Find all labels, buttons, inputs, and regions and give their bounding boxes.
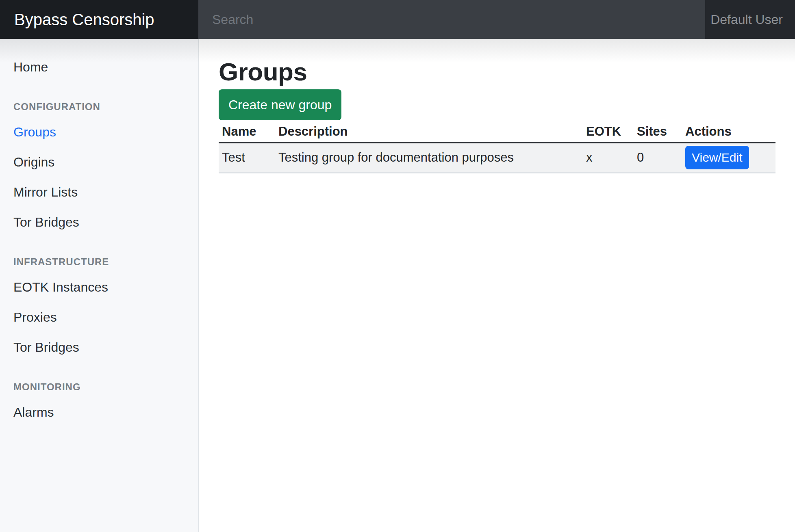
- app-brand[interactable]: Bypass Censorship: [0, 0, 198, 39]
- view-edit-button[interactable]: View/Edit: [685, 146, 749, 169]
- table-header-row: Name Description EOTK Sites Actions: [219, 120, 775, 143]
- sidebar-heading-configuration: CONFIGURATION: [0, 97, 198, 117]
- cell-group-eotk: x: [583, 143, 634, 173]
- column-header-eotk: EOTK: [583, 120, 634, 143]
- sidebar-item-eotk-instances[interactable]: EOTK Instances: [0, 272, 198, 302]
- groups-table: Name Description EOTK Sites Actions Test…: [219, 120, 775, 173]
- user-menu[interactable]: Default User: [705, 0, 795, 39]
- main-content: Groups Create new group Name Description…: [199, 39, 795, 532]
- sidebar-item-tor-bridges-infra[interactable]: Tor Bridges: [0, 332, 198, 362]
- sidebar-item-tor-bridges-config[interactable]: Tor Bridges: [0, 207, 198, 237]
- column-header-actions: Actions: [682, 120, 775, 143]
- sidebar-heading-infrastructure: INFRASTRUCTURE: [0, 252, 198, 272]
- sidebar-item-proxies[interactable]: Proxies: [0, 302, 198, 332]
- cell-group-actions: View/Edit: [682, 143, 775, 173]
- create-new-group-button[interactable]: Create new group: [219, 89, 341, 120]
- cell-group-name: Test: [219, 143, 275, 173]
- top-navbar: Bypass Censorship Default User: [0, 0, 795, 39]
- column-header-sites: Sites: [634, 120, 682, 143]
- navbar-search-area: [198, 0, 705, 39]
- sidebar-item-home[interactable]: Home: [0, 52, 198, 82]
- cell-group-sites: 0: [634, 143, 682, 173]
- sidebar-item-mirror-lists[interactable]: Mirror Lists: [0, 177, 198, 207]
- column-header-description: Description: [275, 120, 583, 143]
- table-row: Test Testing group for documentation pur…: [219, 143, 775, 173]
- page-layout: Home CONFIGURATION Groups Origins Mirror…: [0, 39, 795, 532]
- column-header-name: Name: [219, 120, 275, 143]
- sidebar: Home CONFIGURATION Groups Origins Mirror…: [0, 39, 199, 532]
- sidebar-item-groups[interactable]: Groups: [0, 117, 198, 147]
- sidebar-heading-monitoring: MONITORING: [0, 377, 198, 397]
- sidebar-item-alarms[interactable]: Alarms: [0, 397, 198, 427]
- sidebar-item-origins[interactable]: Origins: [0, 147, 198, 177]
- search-input[interactable]: [198, 0, 705, 39]
- page-title: Groups: [219, 57, 775, 87]
- user-menu-label: Default User: [710, 12, 783, 27]
- cell-group-description: Testing group for documentation purposes: [275, 143, 583, 173]
